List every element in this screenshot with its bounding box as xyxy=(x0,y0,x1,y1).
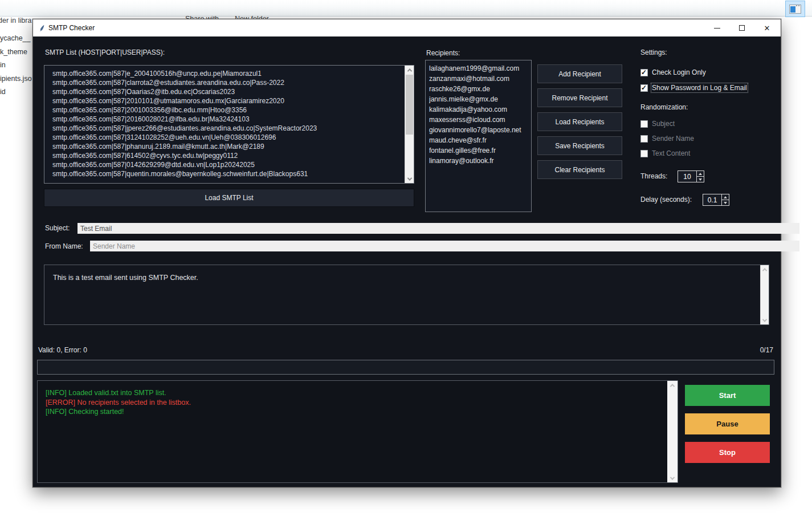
check-login-only-label: Check Login Only xyxy=(652,68,706,76)
recipient-entry[interactable]: zanzanmaxi@hotmail.com xyxy=(429,74,530,84)
window-preview-dot xyxy=(798,5,799,6)
load-smtp-list-button[interactable]: Load SMTP List xyxy=(44,189,414,207)
recipient-entry[interactable]: linamoray@outlook.fr xyxy=(429,156,530,166)
spin-up-button[interactable] xyxy=(697,171,704,176)
pause-button[interactable]: Pause xyxy=(685,413,770,434)
file-list-item[interactable]: in xyxy=(0,59,32,72)
recipient-entry[interactable]: raschke26@gmx.de xyxy=(429,84,530,94)
recipient-entry[interactable]: giovannimorello7@laposte.net xyxy=(429,125,530,135)
recipient-entry[interactable]: maxesserss@icloud.com xyxy=(429,115,530,125)
spin-up-button[interactable] xyxy=(722,194,729,200)
chevron-down-icon xyxy=(407,176,411,180)
delay-spinbox[interactable]: 0.1 xyxy=(703,194,729,206)
titlebar[interactable]: SMTP Checker ✕ xyxy=(33,19,781,36)
triangle-down-icon xyxy=(724,202,727,204)
smtp-entry: smtp.office365.com|587|jperez266@estudia… xyxy=(52,124,403,133)
file-list-item[interactable]: ipients.jso xyxy=(0,72,32,86)
body-scrollbar[interactable] xyxy=(760,265,769,324)
randomization-checkbox-label: Subject xyxy=(652,120,675,128)
close-icon: ✕ xyxy=(764,25,770,32)
scroll-down-button[interactable] xyxy=(405,174,414,183)
close-button[interactable]: ✕ xyxy=(754,19,780,36)
spin-down-button[interactable] xyxy=(697,176,704,182)
threads-label: Threads: xyxy=(640,172,667,180)
file-list-item[interactable]: k_theme xyxy=(0,46,32,59)
progress-bar xyxy=(37,360,774,375)
recipient-entries: lailaghanem1999@gmail.comzanzanmaxi@hotm… xyxy=(429,63,530,212)
checkbox-disabled-icon xyxy=(640,150,648,157)
checkbox-check-login-icon[interactable] xyxy=(640,69,648,76)
recipient-action-button[interactable]: Add Recipient xyxy=(537,64,622,83)
scroll-up-button[interactable] xyxy=(405,66,414,74)
smtp-entries: smtp.office365.com|587|e_2004100516h@unc… xyxy=(52,69,403,183)
show-password-label: Show Password in Log & Email xyxy=(652,84,747,92)
progress-counter: 0/17 xyxy=(760,346,773,354)
randomization-checkbox-label: Text Content xyxy=(652,149,690,157)
smtp-list-scrollbar[interactable] xyxy=(405,66,414,183)
smtp-entry: smtp.office365.com|587|2001003356@ilbc.e… xyxy=(52,105,403,115)
randomization-row: Text Content xyxy=(640,149,694,157)
settings-label: Settings: xyxy=(640,48,667,56)
subject-input[interactable]: Test Email xyxy=(77,223,799,234)
log-scrollbar[interactable] xyxy=(667,381,678,482)
smtp-entry: smtp.office365.com|587|31241028252@ueh.e… xyxy=(52,133,403,142)
delay-value[interactable]: 0.1 xyxy=(703,194,721,205)
from-name-input[interactable]: Sender Name xyxy=(90,241,799,251)
from-name-label: From Name: xyxy=(45,242,83,250)
recipient-entry[interactable]: maud.cheve@sfr.fr xyxy=(429,135,530,145)
scroll-up-button[interactable] xyxy=(667,381,678,389)
randomization-row: Sender Name xyxy=(640,135,694,143)
recipient-entry[interactable]: jannis.mielke@gmx.de xyxy=(429,94,530,104)
file-list-item[interactable]: id xyxy=(0,86,32,99)
recipient-action-button[interactable]: Clear Recipients xyxy=(537,160,622,179)
view-toggle-button[interactable] xyxy=(785,1,805,17)
triangle-up-icon xyxy=(699,173,702,175)
scroll-down-button[interactable] xyxy=(761,316,769,324)
email-body-text: This is a test email sent using SMTP Che… xyxy=(53,274,198,282)
smtp-entry: smtp.office365.com|587|clarrota2@estudia… xyxy=(52,78,403,87)
smtp-entry: smtp.office365.com|587|phanuruj.2189.mai… xyxy=(52,142,403,151)
threads-spinner-arrows[interactable] xyxy=(696,171,704,182)
recipient-entry[interactable]: kalimakadija@yahoo.com xyxy=(429,104,530,115)
threads-value[interactable]: 10 xyxy=(678,171,696,182)
show-password-row[interactable]: Show Password in Log & Email xyxy=(640,84,747,92)
window-preview-dot xyxy=(796,5,797,6)
threads-spinbox[interactable]: 10 xyxy=(678,170,704,182)
recipient-entry[interactable]: fontanel.gilles@free.fr xyxy=(429,145,530,156)
delay-label: Delay (seconds): xyxy=(640,196,692,204)
chevron-up-icon xyxy=(762,268,767,273)
recipient-action-button[interactable]: Remove Recipient xyxy=(537,88,622,107)
check-login-only-row[interactable]: Check Login Only xyxy=(640,68,706,76)
log-line: [INFO] Loaded valid.txt into SMTP list. xyxy=(46,388,664,398)
scroll-up-button[interactable] xyxy=(761,265,769,274)
spin-down-button[interactable] xyxy=(722,200,729,205)
randomization-group: Subject Sender Name Text Content xyxy=(640,120,694,157)
smtp-entry: smtp.office365.com|587|Oaarias2@itb.edu.… xyxy=(52,87,403,96)
subject-label: Subject: xyxy=(45,224,70,232)
checkbox-show-password-icon[interactable] xyxy=(640,84,648,92)
recipient-entry[interactable]: lailaghanem1999@gmail.com xyxy=(429,63,530,74)
randomization-checkbox-label: Sender Name xyxy=(652,135,694,143)
maximize-button[interactable] xyxy=(729,19,754,36)
minimize-button[interactable] xyxy=(704,19,729,36)
file-list-item[interactable]: ycache__ xyxy=(0,32,32,46)
recipient-action-button[interactable]: Load Recipients xyxy=(537,112,622,131)
recipients-label: Recipients: xyxy=(426,49,460,57)
app-feather-icon xyxy=(38,24,46,32)
smtp-entry: smtp.office365.com|587|e_2004100516h@unc… xyxy=(52,69,403,78)
scrollbar-thumb[interactable] xyxy=(406,75,413,135)
delay-spinner-arrows[interactable] xyxy=(721,194,729,205)
triangle-down-icon xyxy=(699,178,702,181)
recipients-list-box[interactable]: lailaghanem1999@gmail.comzanzanmaxi@hotm… xyxy=(425,60,532,212)
recipient-action-button[interactable]: Save Recipients xyxy=(537,136,622,155)
chevron-up-icon xyxy=(670,384,675,388)
log-line: [ERROR] No recipients selected in the li… xyxy=(46,398,664,408)
email-body-textarea[interactable]: This is a test email sent using SMTP Che… xyxy=(44,265,769,325)
chevron-down-icon xyxy=(670,475,675,480)
stop-button[interactable]: Stop xyxy=(685,442,770,463)
start-button[interactable]: Start xyxy=(685,385,770,406)
scroll-down-button[interactable] xyxy=(667,474,678,482)
log-box[interactable]: [INFO] Loaded valid.txt into SMTP list.[… xyxy=(37,380,678,483)
smtp-list-box[interactable]: smtp.office365.com|587|e_2004100516h@unc… xyxy=(44,65,414,184)
explorer-breadcrumb-clipped: der in libra xyxy=(0,17,31,25)
